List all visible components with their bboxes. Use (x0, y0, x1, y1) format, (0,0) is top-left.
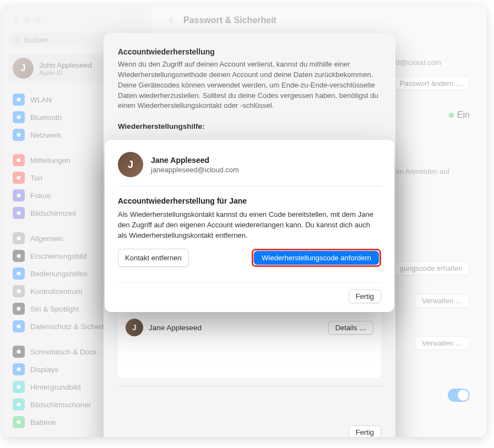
avatar: J (126, 319, 143, 336)
recovery-help-heading: Wiederherstellungshilfe: (118, 122, 381, 130)
contact-name: Jane Appleseed (151, 156, 239, 165)
dialog-body: Als Wiederherstellungskontakt kannst du … (118, 210, 381, 241)
highlight-annotation: Wiederherstellungscode anfordern (252, 249, 381, 267)
dialog-title: Accountwiederherstellung für Jane (118, 196, 381, 205)
sheet-description: Wenn du den Zugriff auf deinen Account v… (118, 59, 381, 111)
remove-contact-button[interactable]: Kontakt entfernen (118, 249, 189, 267)
request-recovery-code-button[interactable]: Wiederherstellungscode anfordern (254, 251, 379, 265)
settings-window: J John Appleseed Apple-ID WLANBluetoothN… (3, 6, 486, 437)
avatar: J (118, 152, 143, 177)
dialog-done-button[interactable]: Fertig (349, 289, 381, 303)
sheet-done-button[interactable]: Fertig (349, 425, 381, 437)
contact-email: janeappleseed@icloud.com (151, 166, 239, 174)
recovery-contact-dialog: J Jane Appleseed janeappleseed@icloud.co… (105, 140, 394, 312)
recovery-contact-name: Jane Appleseed (149, 324, 323, 332)
details-button[interactable]: Details … (328, 321, 373, 335)
sheet-heading: Accountwiederherstellung (118, 47, 381, 56)
recovery-contact-card: J Jane Appleseed Details … (118, 310, 381, 378)
